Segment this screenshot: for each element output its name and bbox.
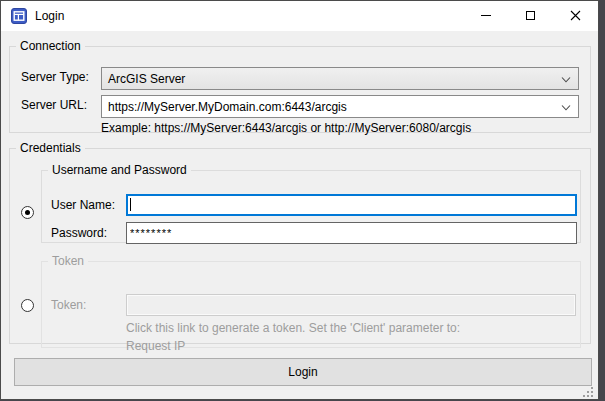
token-radio[interactable] <box>21 299 34 312</box>
connection-group: Connection Server Type: ArcGIS Server Se… <box>9 39 591 133</box>
maximize-button[interactable] <box>508 1 553 30</box>
server-url-combobox[interactable]: https://MyServer.MyDomain.com:6443/arcgi… <box>101 95 579 118</box>
text-caret <box>130 198 131 211</box>
server-url-value: https://MyServer.MyDomain.com:6443/arcgi… <box>108 100 347 114</box>
server-type-label: Server Type: <box>21 70 89 84</box>
connection-legend: Connection <box>16 39 85 53</box>
token-input[interactable] <box>126 294 576 316</box>
minimize-button[interactable] <box>463 1 508 30</box>
resize-grip-icon[interactable] <box>580 384 593 397</box>
password-input[interactable] <box>126 222 577 244</box>
chevron-down-icon <box>561 77 571 83</box>
server-type-combobox[interactable]: ArcGIS Server <box>101 67 579 90</box>
token-group: Token Token: Click this link to generate… <box>41 254 581 348</box>
username-password-legend: Username and Password <box>48 163 191 177</box>
token-label: Token: <box>51 298 86 312</box>
token-legend: Token <box>48 254 88 268</box>
request-ip-link[interactable]: Request IP <box>126 339 185 353</box>
password-label: Password: <box>51 226 107 240</box>
chevron-down-icon <box>561 105 571 111</box>
user-name-label: User Name: <box>51 198 115 212</box>
credentials-legend: Credentials <box>16 141 85 155</box>
credentials-group: Credentials Username and Password User N… <box>9 141 591 344</box>
server-type-value: ArcGIS Server <box>108 72 185 86</box>
username-password-group: Username and Password User Name: Passwor… <box>41 163 581 243</box>
close-icon <box>570 10 581 21</box>
server-url-label: Server URL: <box>21 98 87 112</box>
app-window-icon <box>11 8 27 24</box>
username-password-radio[interactable] <box>21 206 34 219</box>
login-dialog: Login Connection Server Type: ArcGIS Ser… <box>0 0 599 400</box>
minimize-icon <box>481 15 491 16</box>
titlebar[interactable]: Login <box>1 1 598 31</box>
token-help-text: Click this link to generate a token. Set… <box>126 321 460 335</box>
server-url-example-text: Example: https://MyServer:6443/arcgis or… <box>101 121 471 135</box>
window-title: Login <box>35 1 64 31</box>
login-button[interactable]: Login <box>14 358 592 386</box>
close-button[interactable] <box>553 1 598 30</box>
maximize-icon <box>526 11 535 20</box>
user-name-input[interactable] <box>126 194 577 216</box>
